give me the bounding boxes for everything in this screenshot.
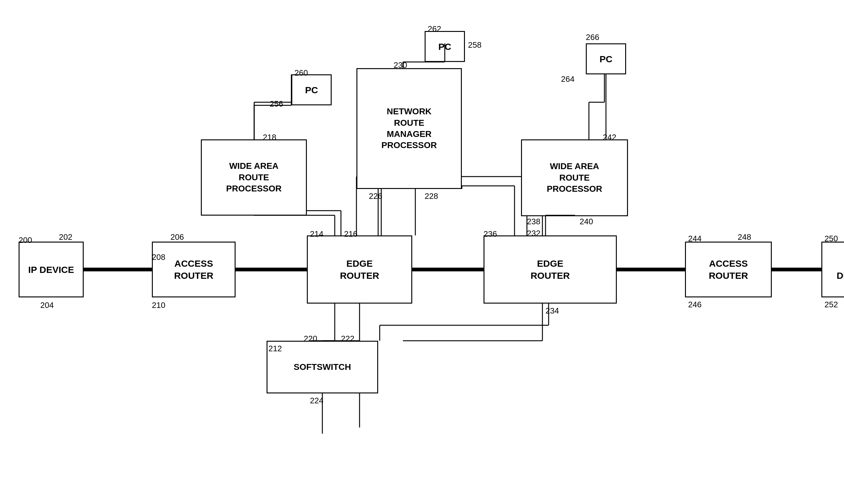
ref-246: 246 (688, 300, 701, 309)
ref-222: 222 (341, 334, 354, 344)
ref-224: 224 (310, 396, 323, 406)
ref-244: 244 (688, 234, 701, 244)
wide-area-left-label: WIDE AREAROUTEPROCESSOR (226, 160, 282, 194)
ref-216: 216 (344, 229, 357, 239)
access-router-right-label: ACCESSROUTER (709, 257, 748, 282)
pc-right-label: PC (599, 53, 613, 65)
access-router-left-label: ACCESSROUTER (174, 257, 214, 282)
ref-248: 248 (738, 232, 751, 242)
edge-router-left-label: EDGEROUTER (340, 257, 380, 282)
ref-230: 230 (394, 60, 407, 70)
ref-204: 204 (40, 301, 54, 310)
softswitch-label: SOFTSWITCH (294, 361, 351, 373)
ref-258: 258 (468, 40, 481, 50)
ip-device-right: IPDEVICE (821, 241, 844, 298)
ref-256: 256 (270, 99, 283, 109)
ref-228: 228 (425, 192, 438, 201)
edge-router-right: EDGEROUTER (483, 235, 617, 304)
access-router-left: ACCESSROUTER (152, 241, 235, 298)
ref-208: 208 (152, 252, 165, 262)
ip-device-right-label: IPDEVICE (837, 257, 844, 282)
ref-238: 238 (527, 217, 540, 227)
ref-240: 240 (580, 217, 593, 227)
diagram-container: IP DEVICE 200 202 204 ACCESSROUTER 206 2… (0, 0, 844, 504)
ref-234: 234 (546, 306, 559, 316)
pc-left: PC (291, 74, 332, 105)
ref-206: 206 (171, 232, 184, 242)
ref-226: 226 (369, 192, 382, 201)
wide-area-left: WIDE AREAROUTEPROCESSOR (201, 139, 307, 216)
ref-218: 218 (263, 132, 276, 142)
ref-202: 202 (59, 232, 72, 242)
pc-center: PC (425, 31, 465, 62)
ref-236: 236 (483, 229, 497, 239)
ref-264: 264 (561, 74, 574, 84)
ref-250: 250 (825, 234, 838, 244)
ref-266: 266 (586, 33, 599, 42)
ref-252: 252 (825, 300, 838, 309)
ip-device-left: IP DEVICE (19, 241, 84, 298)
ref-212: 212 (268, 344, 282, 354)
pc-right: PC (586, 43, 626, 74)
ref-232: 232 (527, 229, 540, 238)
wide-area-right-label: WIDE AREAROUTEPROCESSOR (547, 161, 602, 195)
network-route-manager-label: NETWORKROUTEMANAGERPROCESSOR (382, 106, 437, 151)
pc-left-label: PC (305, 84, 318, 96)
ip-device-left-label: IP DEVICE (28, 264, 74, 276)
network-route-manager: NETWORKROUTEMANAGERPROCESSOR (356, 68, 462, 189)
edge-router-right-label: EDGEROUTER (531, 257, 570, 282)
pc-center-label: PC (438, 40, 451, 53)
softswitch: SOFTSWITCH (267, 341, 378, 393)
ref-262: 262 (428, 24, 441, 34)
wide-area-right: WIDE AREAROUTEPROCESSOR (521, 139, 628, 216)
ref-200: 200 (19, 235, 32, 245)
access-router-right: ACCESSROUTER (685, 241, 772, 298)
ref-220: 220 (304, 334, 317, 344)
ref-260: 260 (295, 68, 308, 78)
ref-242: 242 (603, 132, 616, 142)
ref-210: 210 (152, 301, 165, 310)
edge-router-left: EDGEROUTER (307, 235, 412, 304)
ref-214: 214 (310, 229, 323, 239)
